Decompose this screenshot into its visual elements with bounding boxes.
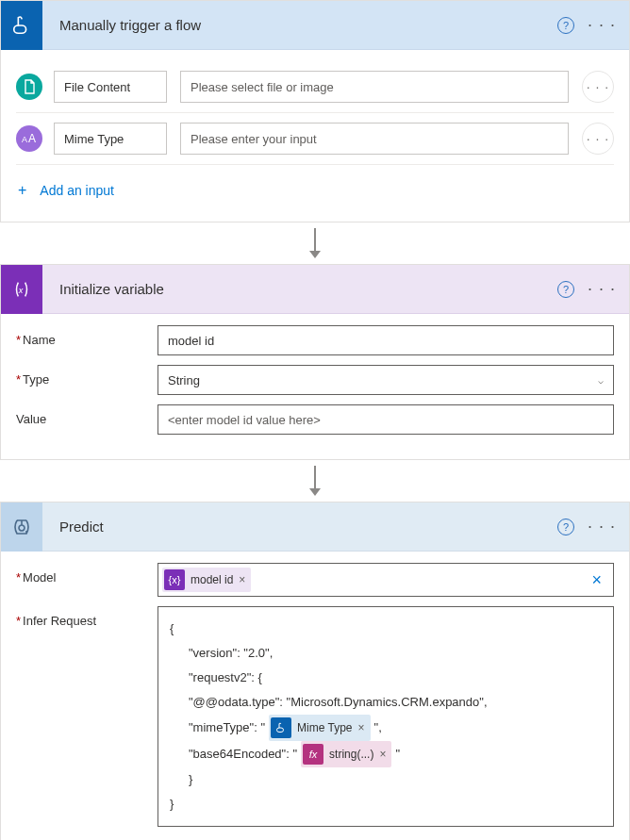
trigger-header[interactable]: Manually trigger a flow ? · · · (1, 1, 629, 50)
predict-icon (1, 502, 42, 552)
svg-text:A: A (22, 135, 27, 144)
infer-row: *Infer Request { "version": "2.0", "requ… (16, 606, 614, 827)
trigger-card: Manually trigger a flow ? · · · File Con… (0, 0, 630, 222)
initvar-body: *Name model id *Type String ⌵ Value <ent… (1, 314, 629, 459)
mime-type-input[interactable]: Please enter your input (180, 123, 569, 155)
variable-token-icon: {x} (164, 569, 185, 590)
help-icon[interactable]: ? (557, 281, 574, 298)
name-input[interactable]: model id (158, 325, 614, 355)
variable-icon: x (1, 265, 42, 314)
value-label: Value (16, 404, 158, 426)
input-label[interactable]: File Content (54, 71, 167, 103)
predict-card: Predict ? · · · *Model {x} model id × × … (0, 502, 630, 840)
input-label[interactable]: Mime Type (54, 123, 167, 155)
more-menu-button[interactable]: · · · (582, 15, 629, 35)
trigger-token-icon (271, 717, 291, 738)
chevron-down-icon: ⌵ (598, 375, 604, 386)
initvar-card: x Initialize variable ? · · · *Name mode… (0, 264, 630, 460)
plus-icon: + (18, 182, 26, 199)
trigger-icon (1, 1, 42, 50)
clear-field-button[interactable]: × (591, 570, 609, 590)
input-row-mime: AA Mime Type Please enter your input · ·… (16, 113, 614, 165)
type-select[interactable]: String ⌵ (158, 365, 614, 395)
infer-label: *Infer Request (16, 606, 158, 628)
value-input[interactable]: <enter model id value here> (158, 404, 614, 435)
mime-type-token[interactable]: Mime Type × (269, 715, 370, 741)
more-menu-button[interactable]: · · · (582, 279, 629, 299)
trigger-title: Manually trigger a flow (42, 17, 557, 33)
remove-token-button[interactable]: × (358, 716, 365, 739)
model-row: *Model {x} model id × × (16, 563, 614, 597)
predict-title: Predict (42, 519, 557, 535)
fx-icon: fx (303, 744, 323, 765)
svg-text:x: x (18, 285, 24, 294)
type-label: *Type (16, 365, 158, 387)
model-label: *Model (16, 563, 158, 585)
name-label: *Name (16, 325, 158, 347)
name-row: *Name model id (16, 325, 614, 355)
file-icon (16, 74, 42, 100)
infer-request-input[interactable]: { "version": "2.0", "requestv2": { "@@od… (158, 606, 614, 827)
expression-token[interactable]: fx string(...) × (301, 741, 391, 767)
model-input[interactable]: {x} model id × × (158, 563, 614, 597)
input-options-button[interactable]: · · · (582, 123, 614, 155)
initvar-header[interactable]: x Initialize variable ? · · · (1, 265, 629, 314)
svg-rect-0 (14, 25, 26, 33)
more-menu-button[interactable]: · · · (582, 517, 629, 536)
add-input-label: Add an input (40, 183, 114, 198)
flow-arrow (0, 222, 630, 264)
remove-token-button[interactable]: × (239, 573, 245, 586)
input-options-button[interactable]: · · · (582, 71, 614, 103)
predict-body: *Model {x} model id × × *Infer Request {… (1, 552, 629, 840)
file-content-input[interactable]: Please select file or image (180, 71, 569, 103)
help-icon[interactable]: ? (557, 17, 574, 34)
flow-arrow (0, 460, 630, 502)
predict-header[interactable]: Predict ? · · · (1, 502, 629, 552)
input-row-file: File Content Please select file or image… (16, 61, 614, 113)
svg-rect-4 (277, 728, 284, 733)
initvar-title: Initialize variable (42, 281, 557, 297)
type-row: *Type String ⌵ (16, 365, 614, 395)
add-input-button[interactable]: + Add an input (16, 165, 614, 206)
remove-token-button[interactable]: × (379, 743, 386, 766)
help-icon[interactable]: ? (557, 519, 574, 535)
model-token[interactable]: {x} model id × (162, 568, 251, 592)
trigger-body: File Content Please select file or image… (1, 50, 629, 222)
svg-text:A: A (28, 132, 36, 145)
text-icon: AA (16, 125, 42, 152)
value-row: Value <enter model id value here> (16, 404, 614, 435)
